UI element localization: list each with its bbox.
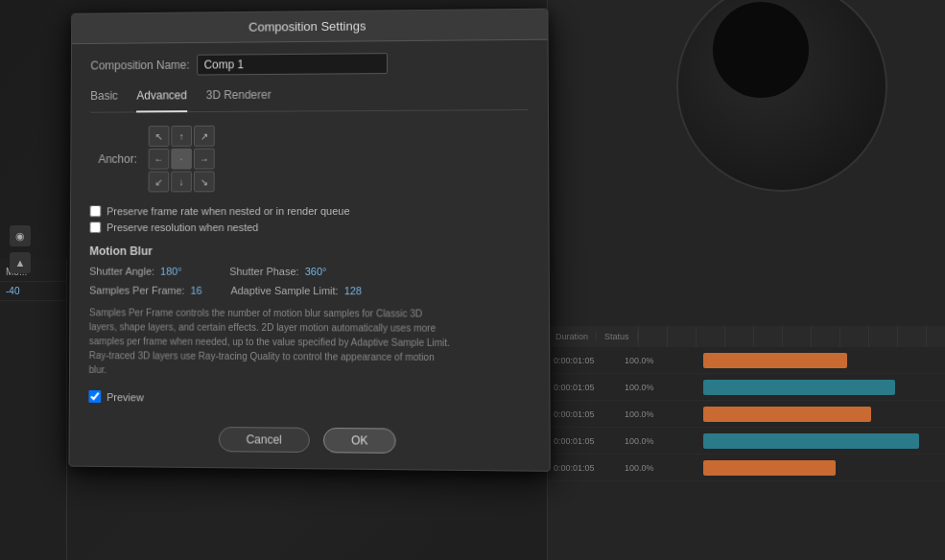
samples-per-frame-label: Samples Per Frame: [89,285,184,296]
checkbox-row-2: Preserve resolution when nested [89,222,529,233]
anchor-sw-btn[interactable]: ↙ [149,172,170,193]
samples-row: Samples Per Frame: 16 Adaptive Sample Li… [89,285,529,297]
checkbox-row-1: Preserve frame rate when nested or in re… [90,205,530,218]
left-panel-item2: -40 [0,282,66,301]
timeline-row: 0:00:01:05 100.0% [548,401,945,428]
ok-button[interactable]: OK [323,428,396,454]
anchor-arrow-grid: ↖ ↑ ↗ ← · → ↙ ↓ ↘ [149,126,215,193]
tab-3d-renderer[interactable]: 3D Renderer [206,88,272,105]
row3-bar-container [701,401,945,427]
timeline-col-status: Status [597,332,638,341]
timeline-ruler [638,326,945,347]
row3-bar [703,407,871,422]
timeline-header: Duration Status [548,326,945,347]
anchor-n-btn[interactable]: ↑ [171,126,192,147]
row1-bar-container [701,347,945,373]
buttons-row: Cancel OK [88,416,530,455]
timeline-row: 0:00:01:05 100.0% [548,455,945,481]
preserve-resolution-label: Preserve resolution when nested [106,222,258,233]
anchor-w-btn[interactable]: ← [149,149,170,170]
row2-status: 100.0% [625,383,673,392]
adaptive-sample-field: Adaptive Sample Limit: 128 [230,285,362,296]
comp-name-label: Composition Name: [90,58,189,73]
preview-row: Preview [88,390,529,406]
anchor-s-btn[interactable]: ↓ [171,171,192,192]
timeline-row: 0:00:01:05 100.0% [548,374,945,401]
row1-duration: 0:00:01:05 [548,356,625,365]
timeline-row: 0:00:01:05 100.0% [548,347,945,374]
preview-label: Preview [106,391,144,403]
shutter-angle-field: Shutter Angle: 180° [89,266,181,277]
shutter-row: Shutter Angle: 180° Shutter Phase: 360° [89,266,529,278]
preserve-resolution-checkbox[interactable] [89,222,101,233]
row5-duration: 0:00:01:05 [548,463,625,473]
row5-bar-container [701,455,945,480]
adaptive-sample-value[interactable]: 128 [344,285,362,296]
row5-bar [703,460,836,476]
circle-decoration [676,0,887,192]
preview-checkbox[interactable] [88,390,101,403]
row4-bar [703,433,919,449]
timeline-rows: 0:00:01:05 100.0% 0:00:01:05 100.0% 0:00… [548,347,945,560]
row4-bar-container [701,428,945,454]
left-toolbar: ◉ ▲ [10,225,31,273]
anchor-label: Anchor: [90,152,137,166]
ae-icon-2[interactable]: ▲ [10,252,31,273]
ae-icon-1[interactable]: ◉ [10,225,31,246]
timeline-col-duration: Duration [548,332,597,341]
shutter-angle-value[interactable]: 180° [160,266,182,277]
comp-name-input[interactable] [198,53,389,75]
samples-per-frame-field: Samples Per Frame: 16 [89,285,201,296]
shutter-phase-field: Shutter Phase: 360° [229,266,326,277]
row4-duration: 0:00:01:05 [548,436,625,446]
preserve-framerate-checkbox[interactable] [90,205,102,217]
dialog-body: Composition Name: Basic Advanced 3D Rend… [69,40,549,471]
row5-status: 100.0% [625,463,673,473]
anchor-nw-btn[interactable]: ↖ [149,126,170,147]
anchor-center-btn[interactable]: · [171,149,192,170]
anchor-se-btn[interactable]: ↘ [194,171,215,192]
dialog-titlebar: Composition Settings [72,10,548,44]
cancel-button[interactable]: Cancel [218,427,309,453]
shutter-phase-value[interactable]: 360° [305,266,327,277]
shutter-phase-label: Shutter Phase: [229,266,299,277]
row2-duration: 0:00:01:05 [548,383,625,392]
left-panel: Mo... -40 [0,259,67,560]
anchor-e-btn[interactable]: → [194,149,215,170]
anchor-ne-btn[interactable]: ↗ [194,126,215,147]
comp-name-row: Composition Name: [90,52,528,76]
row3-status: 100.0% [625,409,673,419]
shutter-angle-label: Shutter Angle: [89,266,154,277]
row2-bar-container [701,374,945,400]
tab-advanced[interactable]: Advanced [136,88,187,112]
tabs-container: Basic Advanced 3D Renderer [90,86,528,113]
composition-settings-dialog: Composition Settings Composition Name: B… [68,9,550,472]
row2-bar [703,380,895,395]
samples-per-frame-value[interactable]: 16 [190,285,201,296]
row1-status: 100.0% [625,356,673,365]
adaptive-sample-label: Adaptive Sample Limit: [230,285,338,296]
preserve-framerate-label: Preserve frame rate when nested or in re… [106,205,349,217]
description-text: Samples Per Frame controls the number of… [89,305,454,379]
tab-basic[interactable]: Basic [90,89,118,106]
row1-bar [703,353,847,368]
row3-duration: 0:00:01:05 [548,409,625,419]
motion-blur-title: Motion Blur [89,245,529,258]
dialog-title: Composition Settings [248,19,366,35]
dark-spot-decoration [713,2,809,98]
right-panel: ⊞ ↺ △ ⚙ ≡≡ Duration Status 0:00:01:05 10… [547,0,945,560]
timeline-row: 0:00:01:05 100.0% [548,428,945,455]
anchor-section: Anchor: ↖ ↑ ↗ ← · → ↙ ↓ ↘ [90,124,529,192]
row4-status: 100.0% [625,436,673,446]
